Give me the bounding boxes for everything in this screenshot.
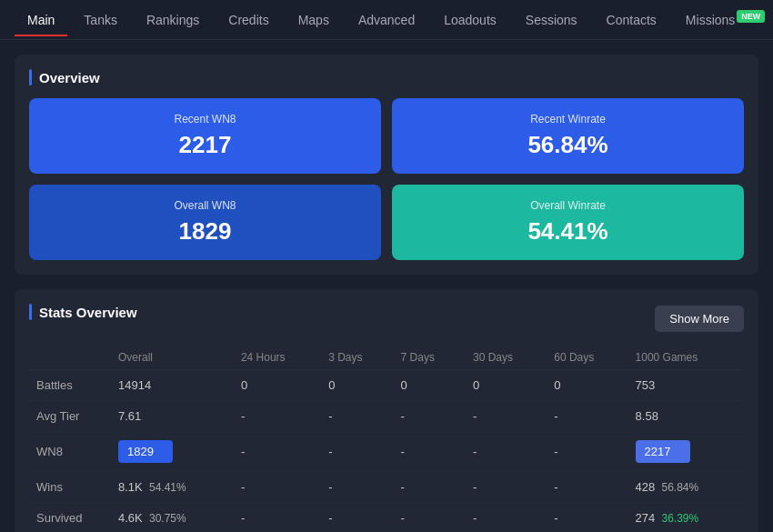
col-header-60d: 60 Days	[547, 346, 627, 370]
cell-60d: -	[547, 401, 627, 432]
nav-advanced[interactable]: Advanced	[346, 4, 427, 36]
nav-contacts[interactable]: Contacts	[594, 4, 669, 36]
cell-60d: -	[547, 432, 627, 472]
recent-wn8-label: Recent WN8	[47, 113, 363, 125]
cell-3d: -	[321, 432, 393, 472]
recent-winrate-label: Recent Winrate	[410, 113, 726, 125]
cell-7d: -	[394, 472, 466, 503]
cell-3d: 0	[321, 370, 393, 401]
nav-sessions[interactable]: Sessions	[513, 4, 590, 36]
cell-30d: 0	[466, 370, 547, 401]
table-row: Survived 4.6K 30.75% - - - - - 274 36.39…	[29, 503, 744, 533]
col-header-overall: Overall	[111, 346, 234, 370]
nav-credits[interactable]: Credits	[216, 4, 281, 36]
cell-1000g: 753	[628, 370, 744, 401]
cell-3d: -	[321, 401, 393, 432]
nav-main[interactable]: Main	[15, 4, 67, 36]
table-row: Battles 14914 0 0 0 0 0 753	[29, 370, 744, 401]
cell-30d: -	[466, 472, 547, 503]
stats-header: Stats Overview Show More	[29, 304, 744, 333]
navigation: Main Tanks Rankings Credits Maps Advance…	[0, 0, 773, 40]
row-label: Avg Tier	[29, 401, 111, 432]
cell-7d: -	[394, 432, 466, 472]
col-header-30d: 30 Days	[466, 346, 547, 370]
cell-overall: 4.6K 30.75%	[111, 503, 234, 533]
stats-title: Stats Overview	[29, 304, 137, 320]
recent-wn8-card: Recent WN8 2217	[29, 98, 381, 174]
col-header-7d: 7 Days	[394, 346, 466, 370]
cell-60d: 0	[547, 370, 627, 401]
cell-3d: -	[321, 472, 393, 503]
cell-3d: -	[321, 503, 393, 533]
overview-section: Overview Recent WN8 2217 Recent Winrate …	[15, 55, 758, 275]
nav-maps[interactable]: Maps	[286, 4, 342, 36]
cell-24h: -	[234, 472, 321, 503]
col-header-label	[29, 346, 111, 370]
row-label: Survived	[29, 503, 111, 533]
overview-title: Overview	[29, 69, 744, 85]
cell-24h: 0	[234, 370, 321, 401]
cell-30d: -	[466, 401, 547, 432]
row-label: Wins	[29, 472, 111, 503]
new-badge: NEW	[737, 10, 765, 23]
cell-7d: 0	[394, 370, 466, 401]
table-row: Wins 8.1K 54.41% - - - - - 428 56.84%	[29, 472, 744, 503]
recent-winrate-value: 56.84%	[410, 131, 726, 159]
main-content: Overview Recent WN8 2217 Recent Winrate …	[0, 40, 773, 532]
overall-wn8-value: 1829	[47, 217, 363, 246]
cell-1000g: 2217	[628, 432, 744, 472]
cell-1000g: 428 56.84%	[628, 472, 744, 503]
cell-1000g: 8.58	[628, 401, 744, 432]
cell-24h: -	[234, 401, 321, 432]
nav-loadouts[interactable]: Loadouts	[431, 4, 509, 36]
cell-60d: -	[547, 472, 627, 503]
show-more-button[interactable]: Show More	[655, 306, 744, 332]
cell-24h: -	[234, 503, 321, 533]
cell-24h: -	[234, 432, 321, 472]
overall-winrate-card: Overall Winrate 54.41%	[392, 185, 744, 260]
table-row: Avg Tier 7.61 - - - - - 8.58	[29, 401, 744, 432]
nav-missions[interactable]: MissionsNEW	[673, 3, 773, 36]
cell-1000g: 274 36.39%	[628, 503, 744, 533]
overall-wn8-label: Overall WN8	[47, 199, 363, 212]
nav-tanks[interactable]: Tanks	[71, 4, 130, 36]
recent-wn8-value: 2217	[47, 131, 363, 159]
table-row: WN8 1829 - - - - - 2217	[29, 432, 744, 472]
col-header-3d: 3 Days	[321, 346, 393, 370]
cell-7d: -	[394, 503, 466, 533]
stats-table: Overall 24 Hours 3 Days 7 Days 30 Days 6…	[29, 346, 744, 532]
cell-30d: -	[466, 432, 547, 472]
col-header-24h: 24 Hours	[234, 346, 321, 370]
overview-cards: Recent WN8 2217 Recent Winrate 56.84% Ov…	[29, 98, 744, 260]
stats-header-row: Overall 24 Hours 3 Days 7 Days 30 Days 6…	[29, 346, 744, 370]
cell-overall: 14914	[111, 370, 234, 401]
cell-7d: -	[394, 401, 466, 432]
overall-winrate-value: 54.41%	[410, 217, 726, 246]
overall-winrate-label: Overall Winrate	[410, 199, 726, 212]
cell-30d: -	[466, 503, 547, 533]
col-header-1000g: 1000 Games	[628, 346, 744, 370]
nav-rankings[interactable]: Rankings	[134, 4, 212, 36]
cell-overall: 7.61	[111, 401, 234, 432]
row-label: Battles	[29, 370, 111, 401]
cell-overall: 1829	[111, 432, 234, 472]
cell-60d: -	[547, 503, 627, 533]
cell-overall: 8.1K 54.41%	[111, 472, 234, 503]
overall-wn8-card: Overall WN8 1829	[29, 185, 381, 260]
recent-winrate-card: Recent Winrate 56.84%	[392, 98, 744, 174]
stats-section: Stats Overview Show More Overall 24 Hour…	[15, 289, 758, 532]
row-label: WN8	[29, 432, 111, 472]
